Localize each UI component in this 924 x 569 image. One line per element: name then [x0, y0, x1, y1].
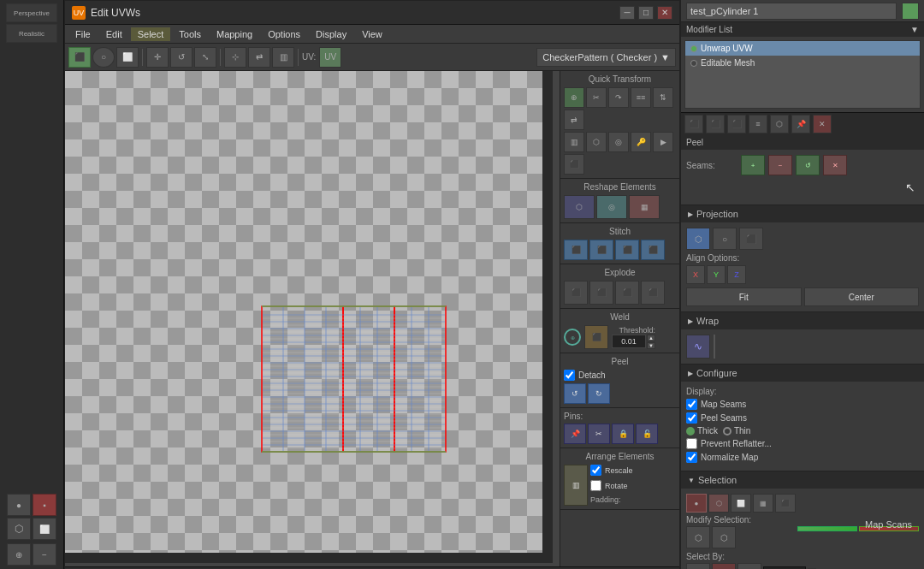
pin-btn-3[interactable]: 🔒: [612, 424, 634, 444]
qt-btn-2[interactable]: ✂: [586, 87, 607, 108]
stitch-btn-2[interactable]: ⬛: [589, 240, 613, 260]
sel-vertex-btn[interactable]: ●: [686, 494, 707, 513]
tb-mirror[interactable]: ⇄: [248, 47, 270, 68]
tb-freeform[interactable]: ▥: [272, 47, 294, 68]
modifier-editable-mesh[interactable]: Editable Mesh: [685, 56, 920, 70]
menu-file[interactable]: File: [68, 27, 98, 41]
qt-btn-1[interactable]: ⊕: [564, 87, 584, 108]
sel-poly-btn[interactable]: ⬜: [731, 494, 751, 513]
align-z-btn[interactable]: Z: [727, 265, 746, 284]
object-name-input[interactable]: [686, 3, 897, 20]
wrap-header[interactable]: ▶ Wrap: [681, 311, 924, 329]
proj-btn-2[interactable]: ○: [713, 228, 737, 250]
menu-mapping[interactable]: Mapping: [210, 27, 259, 41]
explode-btn-4[interactable]: ⬛: [641, 281, 665, 305]
mod-ctrl-1[interactable]: ⬛: [684, 115, 703, 133]
horizontal-scrollbar[interactable]: [65, 553, 553, 563]
align-x-btn[interactable]: X: [686, 265, 705, 284]
map-seams-checkbox[interactable]: [686, 399, 697, 410]
rotate-checkbox[interactable]: [590, 480, 601, 491]
minimize-btn[interactable]: ─: [619, 6, 635, 20]
align-y-btn[interactable]: Y: [707, 265, 726, 284]
proj-btn-3[interactable]: ⬛: [739, 228, 763, 250]
qt-btn-6[interactable]: ⇄: [564, 110, 584, 130]
vertical-scrollbar[interactable]: [542, 71, 553, 563]
sel-by-btn-1[interactable]: ⬡: [686, 563, 710, 569]
seam-clear-btn[interactable]: ✕: [823, 155, 847, 175]
mod-ctrl-2[interactable]: ⬛: [706, 115, 725, 133]
reshape-btn-1[interactable]: ⬡: [564, 195, 595, 219]
qt-btn-7[interactable]: ▥: [564, 132, 584, 152]
peel-btn-1[interactable]: ↺: [564, 383, 586, 404]
qt-btn-3[interactable]: ↷: [608, 87, 629, 108]
center-btn[interactable]: Center: [804, 287, 920, 306]
pin-btn-2[interactable]: ✂: [588, 424, 610, 444]
modifier-list-dropdown[interactable]: ▼: [910, 25, 919, 34]
prevent-reflatter-checkbox[interactable]: [686, 438, 697, 449]
uv-viewport[interactable]: [65, 71, 553, 563]
wrap-btn-1[interactable]: ∿: [686, 335, 710, 359]
left-tb-btn-3[interactable]: ⬡: [7, 518, 31, 540]
object-color-swatch[interactable]: [902, 3, 919, 20]
mod-ctrl-4[interactable]: ≡: [749, 115, 767, 133]
pin-btn-1[interactable]: 📌: [564, 424, 586, 444]
threshold-input[interactable]: [612, 335, 646, 348]
weld-btn[interactable]: ⬛: [584, 325, 608, 349]
mod-ctrl-pin[interactable]: 📌: [791, 115, 810, 133]
qt-btn-5[interactable]: ⇅: [653, 87, 673, 108]
qt-btn-9[interactable]: ◎: [608, 132, 629, 152]
reshape-btn-2[interactable]: ◎: [596, 195, 627, 219]
rescale-checkbox[interactable]: [590, 465, 601, 476]
peel-btn-2[interactable]: ↻: [588, 383, 610, 404]
tb-face-mode[interactable]: ⬜: [116, 47, 139, 68]
seam-add-btn[interactable]: +: [741, 155, 765, 175]
normalize-map-checkbox[interactable]: [686, 452, 697, 463]
sel-edge-btn[interactable]: ⬡: [708, 494, 729, 513]
stitch-btn-3[interactable]: ⬛: [615, 240, 639, 260]
realistic-btn[interactable]: Realistic: [6, 24, 57, 43]
tb-vertex-mode[interactable]: ⬛: [68, 47, 91, 68]
left-tb-btn-1[interactable]: ●: [7, 494, 31, 516]
checker-dropdown[interactable]: CheckerPattern ( Checker ) ▼: [536, 48, 676, 67]
qt-btn-11[interactable]: ▶: [653, 132, 673, 152]
menu-options[interactable]: Options: [261, 27, 307, 41]
tb-scale[interactable]: ⤡: [194, 47, 216, 68]
sel-extra-btn[interactable]: ⬛: [775, 494, 796, 513]
menu-display[interactable]: Display: [309, 27, 353, 41]
tb-uv-mode[interactable]: UV: [319, 47, 341, 68]
menu-select[interactable]: Select: [131, 27, 171, 41]
peel-seams-checkbox[interactable]: [686, 412, 697, 424]
proj-btn-1[interactable]: ⬡: [686, 228, 710, 250]
close-btn[interactable]: ✕: [657, 6, 672, 20]
configure-header[interactable]: ▶ Configure: [681, 364, 924, 382]
qt-btn-8[interactable]: ⬡: [586, 132, 607, 152]
sel-all-btn[interactable]: ▦: [753, 494, 773, 513]
menu-edit[interactable]: Edit: [99, 27, 129, 41]
sel-by-btn-2[interactable]: ⬡: [712, 563, 736, 569]
stitch-btn-1[interactable]: ⬛: [564, 240, 588, 260]
weld-target-btn[interactable]: ⊕: [564, 329, 581, 346]
tb-rotate[interactable]: ↺: [170, 47, 192, 68]
modifier-unwrap-uvw[interactable]: Unwrap UVW: [685, 41, 920, 56]
maximize-btn[interactable]: □: [638, 6, 654, 20]
tb-edge-mode[interactable]: ○: [92, 47, 115, 68]
explode-btn-1[interactable]: ⬛: [564, 281, 588, 305]
selection-header[interactable]: ▼ Selection: [681, 471, 924, 489]
mod-ctrl-3[interactable]: ⬛: [727, 115, 746, 133]
qt-btn-10[interactable]: 🔑: [631, 132, 651, 152]
reshape-btn-3[interactable]: ▦: [629, 195, 660, 219]
mod-ctrl-5[interactable]: ⬡: [770, 115, 789, 133]
perspective-btn[interactable]: Perspective: [6, 3, 57, 22]
left-tb-btn-6[interactable]: −: [33, 543, 56, 566]
threshold-down[interactable]: ▼: [647, 342, 655, 349]
seam-remove-btn[interactable]: −: [768, 155, 792, 175]
fit-btn[interactable]: Fit: [686, 287, 802, 306]
explode-btn-2[interactable]: ⬛: [589, 281, 613, 305]
explode-btn-3[interactable]: ⬛: [615, 281, 639, 305]
pin-btn-4[interactable]: 🔓: [636, 424, 658, 444]
left-tb-btn-5[interactable]: ⊕: [7, 543, 31, 566]
seam-convert-btn[interactable]: ↺: [796, 155, 820, 175]
projection-header[interactable]: ▶ Projection: [681, 204, 924, 222]
threshold-up[interactable]: ▲: [647, 335, 655, 341]
detach-checkbox[interactable]: [564, 370, 575, 381]
